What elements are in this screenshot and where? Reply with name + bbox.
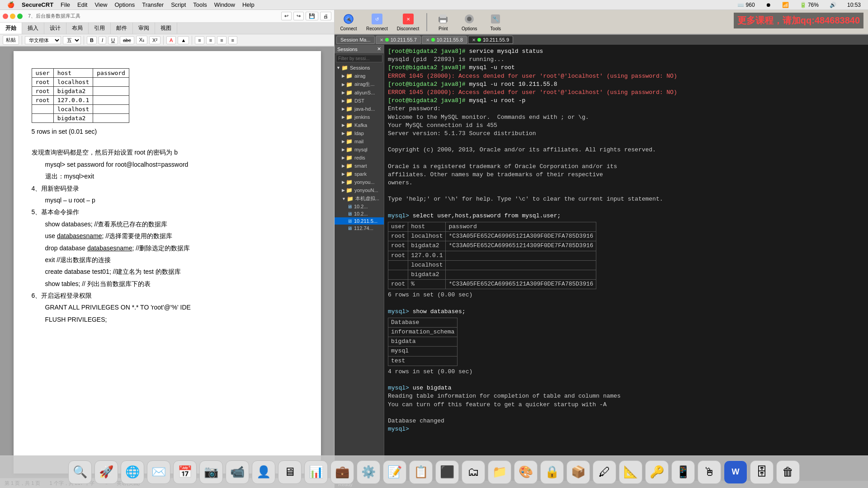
- highlight-btn[interactable]: ▲: [178, 36, 189, 44]
- dock-clipboard[interactable]: 📋: [409, 460, 433, 484]
- font-select[interactable]: 华文楷体: [25, 36, 61, 44]
- session-aliyuns[interactable]: ▶ 📁 aliyunS...: [335, 89, 384, 97]
- align-left-btn[interactable]: ≡: [195, 36, 204, 44]
- session-smart[interactable]: ▶ 📁 smart: [335, 162, 384, 170]
- align-center-btn[interactable]: ≡: [206, 36, 215, 44]
- tab-references[interactable]: 引用: [89, 23, 111, 34]
- font-size-select[interactable]: 五号: [63, 36, 81, 44]
- tab1-close[interactable]: ✕: [380, 38, 383, 42]
- menu-options[interactable]: Options: [114, 1, 135, 8]
- redo-btn[interactable]: ↪: [293, 12, 304, 20]
- menu-edit[interactable]: Edit: [77, 1, 87, 8]
- tab2-close[interactable]: ✕: [426, 38, 429, 42]
- superscript-btn[interactable]: X²: [149, 36, 160, 44]
- dock-monitor[interactable]: 🖥: [278, 460, 302, 484]
- tab-design[interactable]: 设计: [44, 23, 66, 34]
- connect-btn[interactable]: 🔌 Connect: [337, 12, 360, 32]
- menu-tools[interactable]: Tools: [193, 1, 207, 8]
- tab-host1[interactable]: ✕ 10.211.55.7: [376, 36, 421, 44]
- dock-trash[interactable]: 🗑: [776, 460, 800, 484]
- session-mgr-close[interactable]: ✕: [377, 46, 381, 52]
- underline-btn[interactable]: U: [108, 36, 118, 44]
- dock-word[interactable]: W: [724, 460, 747, 484]
- dock-folder[interactable]: 📁: [488, 460, 511, 484]
- window-maximize[interactable]: [17, 14, 23, 19]
- print-btn[interactable]: 🖨: [320, 12, 331, 20]
- subscript-btn[interactable]: X₂: [136, 36, 147, 44]
- dock-mail[interactable]: ✉️: [147, 460, 170, 484]
- window-close[interactable]: [3, 14, 8, 19]
- dock-contacts[interactable]: 👤: [252, 460, 275, 484]
- undo-btn[interactable]: ↩: [281, 12, 292, 20]
- tab-start[interactable]: 开始: [0, 23, 22, 34]
- session-filter-input[interactable]: [336, 55, 382, 62]
- sessions-root[interactable]: ▼ 📁 Sessions: [335, 64, 384, 72]
- terminal[interactable]: [root@bigdata2 java8]# service mysqld st…: [384, 45, 868, 481]
- dock-notes[interactable]: 📝: [383, 460, 406, 484]
- session-kafka[interactable]: ▶ 📁 Kafka: [335, 121, 384, 129]
- reconnect-btn[interactable]: ↺ Reconnect: [363, 12, 391, 32]
- dock-finder[interactable]: 🔍: [68, 460, 92, 484]
- session-local-vm[interactable]: ▼ 📁 本机虚拟...: [335, 194, 384, 203]
- tools-btn[interactable]: 🔧 Tools: [484, 12, 507, 32]
- tab-mail[interactable]: 邮件: [111, 23, 133, 34]
- session-jenkins[interactable]: ▶ 📁 jenkins: [335, 113, 384, 121]
- apple-menu[interactable]: 🍎: [7, 1, 14, 8]
- tab-insert[interactable]: 插入: [22, 23, 44, 34]
- paste-btn[interactable]: 粘贴: [3, 35, 19, 45]
- dock-package[interactable]: 📦: [566, 460, 590, 484]
- tab-view[interactable]: 视图: [155, 23, 177, 34]
- menu-script[interactable]: Script: [171, 1, 186, 8]
- tab-host2[interactable]: ✕ 10.211.55.8: [422, 36, 467, 44]
- justify-btn[interactable]: ≡: [228, 36, 237, 44]
- session-airag-sheng[interactable]: ▶ 📁 airag生...: [335, 80, 384, 89]
- menu-window[interactable]: Window: [214, 1, 235, 8]
- font-color-btn[interactable]: A: [166, 36, 176, 44]
- session-yonyoun[interactable]: ▶ 📁 yonyouN...: [335, 186, 384, 194]
- bold-btn[interactable]: B: [87, 36, 97, 44]
- session-10-2-1[interactable]: 🖥 10.2...: [335, 203, 384, 210]
- dock-facetime[interactable]: 📹: [226, 460, 249, 484]
- session-java-hd[interactable]: ▶ 📁 java-hd...: [335, 105, 384, 113]
- menu-transfer[interactable]: Transfer: [142, 1, 164, 8]
- session-dst[interactable]: ▶ 📁 DST: [335, 97, 384, 105]
- dock-settings[interactable]: ⚙️: [357, 460, 380, 484]
- tab-host3[interactable]: ✕ 10.211.55.9: [468, 36, 513, 44]
- tab-review[interactable]: 审阅: [133, 23, 155, 34]
- dock-calendar[interactable]: 📅: [173, 460, 197, 484]
- session-spark[interactable]: ▶ 📁 spark: [335, 170, 384, 178]
- save-btn[interactable]: 💾: [306, 12, 318, 20]
- dock-ruler[interactable]: 📐: [619, 460, 642, 484]
- dock-safari[interactable]: 🌐: [121, 460, 144, 484]
- print-btn[interactable]: Print: [432, 12, 454, 32]
- strikethrough-btn[interactable]: abc: [120, 36, 134, 44]
- session-mail[interactable]: ▶ 📁 mail: [335, 137, 384, 145]
- session-10-2-2[interactable]: 🖥 10.2...: [335, 210, 384, 217]
- dock-key[interactable]: 🔑: [645, 460, 669, 484]
- dock-pen[interactable]: 🖊: [593, 460, 616, 484]
- session-10-211-5[interactable]: 🖥 10.211.5...: [335, 217, 384, 225]
- options-btn[interactable]: Options: [458, 12, 481, 32]
- tab-layout[interactable]: 布局: [66, 23, 89, 34]
- align-right-btn[interactable]: ≡: [217, 36, 226, 44]
- menu-file[interactable]: File: [61, 1, 70, 8]
- session-yonyou[interactable]: ▶ 📁 yonyou...: [335, 178, 384, 186]
- dock-mouse[interactable]: 🖱: [698, 460, 721, 484]
- dock-terminal[interactable]: ⬛: [435, 460, 459, 484]
- italic-btn[interactable]: I: [99, 36, 106, 44]
- dock-photos[interactable]: 📷: [199, 460, 223, 484]
- session-112-74[interactable]: 🖥 112.74...: [335, 225, 384, 232]
- session-mysql[interactable]: ▶ 📁 mysql: [335, 145, 384, 154]
- dock-paint[interactable]: 🎨: [514, 460, 538, 484]
- dock-lock[interactable]: 🔒: [540, 460, 564, 484]
- menu-view[interactable]: View: [94, 1, 107, 8]
- session-redis[interactable]: ▶ 📁 redis: [335, 154, 384, 162]
- window-minimize[interactable]: [10, 14, 15, 19]
- dock-phone[interactable]: 📱: [671, 460, 695, 484]
- disconnect-btn[interactable]: ✕ Disconnect: [394, 12, 422, 32]
- dock-launchpad[interactable]: 🚀: [94, 460, 118, 484]
- dock-db[interactable]: 🗄: [750, 460, 774, 484]
- tab3-close[interactable]: ✕: [472, 38, 476, 42]
- menu-help[interactable]: Help: [242, 1, 255, 8]
- session-airag[interactable]: ▶ 📁 airag: [335, 72, 384, 80]
